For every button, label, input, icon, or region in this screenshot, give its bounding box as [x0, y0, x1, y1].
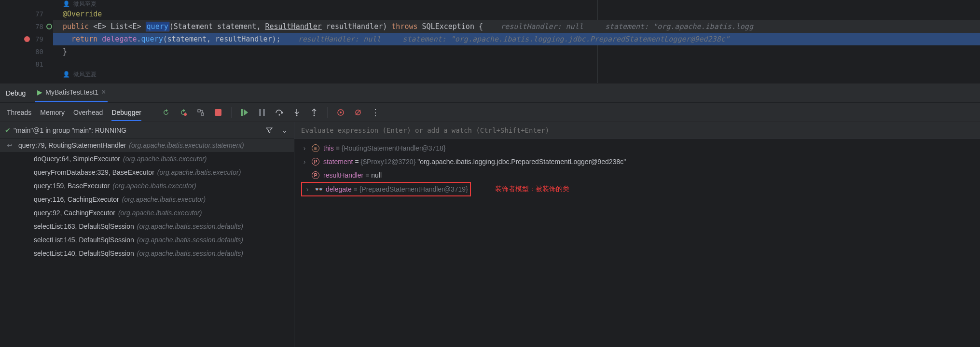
view-breakpoints-icon[interactable]: [336, 108, 345, 117]
stack-frame[interactable]: ↩query:79, RoutingStatementHandler (org.…: [0, 139, 294, 152]
separator: [231, 107, 232, 118]
tab-memory[interactable]: Memory: [40, 109, 65, 116]
breakpoint-icon[interactable]: [24, 36, 30, 42]
frame-package: (org.apache.ibatis.executor): [118, 209, 202, 217]
variable-delegate[interactable]: › 👓 delegate = {PreparedStatementHandler…: [304, 182, 468, 196]
separator: [327, 107, 328, 118]
stack-frame[interactable]: doQuery:64, SimpleExecutor (org.apache.i…: [0, 152, 294, 166]
debug-header: Debug ▶ MyBatisTest.test1 ×: [0, 83, 980, 103]
inline-hint: resultHandler: null: [298, 35, 381, 43]
debug-toolbar: Threads Memory Overhead Debugger ⋮: [0, 103, 980, 122]
param-icon: P: [312, 158, 319, 166]
resume-icon[interactable]: [240, 108, 249, 117]
watch-icon: 👓: [315, 185, 322, 193]
frame-package: (org.apache.ibatis.executor): [123, 155, 207, 163]
variable-this[interactable]: › ≡ this = {RoutingStatementHandler@3718…: [294, 141, 980, 155]
run-icon: ▶: [37, 88, 42, 96]
code-line-current[interactable]: return delegate.query(statement, resultH…: [53, 33, 980, 45]
variables-list[interactable]: › ≡ this = {RoutingStatementHandler@3718…: [294, 139, 980, 347]
svg-point-7: [278, 114, 280, 115]
code-area[interactable]: 👤 微风至夏 @Override public <E> List<E> quer…: [53, 0, 980, 83]
stop-icon[interactable]: [214, 108, 222, 117]
code-editor: 77 78 79 80 81 👤 微风至夏 @Override public <…: [0, 0, 980, 83]
step-into-icon[interactable]: [292, 108, 301, 117]
highlight-box: › 👓 delegate = {PreparedStatementHandler…: [301, 182, 471, 196]
frame-location: selectList:163, DefaultSqlSession: [34, 222, 134, 230]
tab-overhead[interactable]: Overhead: [73, 109, 103, 116]
frame-location: query:92, CachingExecutor: [34, 209, 115, 217]
code-line[interactable]: [53, 58, 980, 70]
evaluate-expression-field[interactable]: [294, 122, 980, 139]
tab-threads[interactable]: Threads: [7, 109, 31, 116]
svg-rect-1: [198, 110, 200, 112]
chevron-right-icon[interactable]: ›: [301, 144, 308, 152]
rerun-failed-icon[interactable]: [179, 108, 188, 117]
svg-rect-6: [263, 109, 265, 116]
check-icon: ✔: [5, 126, 11, 134]
line-number[interactable]: 79: [0, 33, 53, 45]
code-line[interactable]: public <E> List<E> query(Statement state…: [53, 20, 980, 33]
more-icon[interactable]: ⋮: [371, 108, 380, 117]
frame-package: (org.apache.ibatis.executor): [157, 168, 241, 176]
filter-icon[interactable]: [265, 126, 274, 135]
inline-hint: statement: "org.apache.ibatis.logging.jd…: [402, 35, 729, 43]
svg-point-0: [184, 113, 187, 116]
debug-tab-label: MyBatisTest.test1: [45, 88, 98, 96]
frame-location: query:159, BaseExecutor: [34, 182, 110, 190]
object-icon: ≡: [312, 144, 319, 152]
svg-point-9: [313, 114, 315, 116]
author-hint: 👤 微风至夏: [53, 70, 980, 78]
line-number: 81: [0, 58, 53, 70]
chevron-right-icon[interactable]: ›: [304, 185, 311, 193]
back-arrow-icon: ↩: [7, 141, 14, 149]
stack-frame[interactable]: queryFromDatabase:329, BaseExecutor (org…: [0, 166, 294, 179]
debug-session-tab[interactable]: ▶ MyBatisTest.test1 ×: [35, 83, 108, 102]
debug-tool-window: Debug ▶ MyBatisTest.test1 × Threads Memo…: [0, 83, 980, 347]
stack-frame[interactable]: query:92, CachingExecutor (org.apache.ib…: [0, 206, 294, 220]
author-hint: 👤 微风至夏: [53, 0, 980, 8]
frame-package: (org.apache.ibatis.session.defaults): [137, 236, 243, 244]
frame-location: query:79, RoutingStatementHandler: [18, 141, 126, 149]
step-over-icon[interactable]: [275, 108, 284, 117]
frames-panel: ✔"main"@1 in group "main": RUNNING ⌄ ↩qu…: [0, 122, 294, 347]
chevron-down-icon[interactable]: ⌄: [280, 126, 289, 135]
run-gutter-icon[interactable]: [46, 24, 52, 29]
frame-package: (org.apache.ibatis.executor.statement): [129, 141, 244, 149]
line-number[interactable]: 78: [0, 20, 53, 33]
stack-frame[interactable]: selectList:140, DefaultSqlSession (org.a…: [0, 247, 294, 260]
svg-point-8: [296, 114, 297, 116]
frame-package: (org.apache.ibatis.session.defaults): [137, 222, 243, 230]
tab-debugger[interactable]: Debugger: [111, 109, 141, 121]
inline-hint: resultHandler: null: [500, 22, 583, 31]
frame-location: selectList:145, DefaultSqlSession: [34, 236, 134, 244]
stack-frame[interactable]: selectList:145, DefaultSqlSession (org.a…: [0, 233, 294, 247]
step-out-icon[interactable]: [310, 108, 318, 117]
stack-frame[interactable]: selectList:163, DefaultSqlSession (org.a…: [0, 220, 294, 233]
frame-location: selectList:140, DefaultSqlSession: [34, 250, 134, 257]
debug-body: ✔"main"@1 in group "main": RUNNING ⌄ ↩qu…: [0, 122, 980, 347]
evaluate-input[interactable]: [301, 126, 980, 134]
frame-package: (org.apache.ibatis.executor): [112, 182, 196, 190]
variable-resultHandler[interactable]: P resultHandler = null: [294, 168, 980, 182]
svg-rect-3: [215, 109, 221, 116]
code-line[interactable]: }: [53, 45, 980, 58]
frames-list[interactable]: ↩query:79, RoutingStatementHandler (org.…: [0, 139, 294, 347]
variable-statement[interactable]: › P statement = {$Proxy12@3720} "org.apa…: [294, 155, 980, 168]
stack-frame[interactable]: query:116, CachingExecutor (org.apache.i…: [0, 193, 294, 206]
frame-package: (org.apache.ibatis.session.defaults): [137, 250, 243, 257]
code-line[interactable]: @Override: [53, 8, 980, 20]
variables-panel: › ≡ this = {RoutingStatementHandler@3718…: [294, 122, 980, 347]
editor-gutter: 77 78 79 80 81: [0, 0, 53, 83]
rerun-icon[interactable]: [162, 108, 170, 117]
close-icon[interactable]: ×: [101, 88, 106, 97]
debug-title: Debug: [6, 89, 26, 97]
modify-run-config-icon[interactable]: [196, 108, 205, 117]
thread-status: "main"@1 in group "main": RUNNING: [14, 126, 126, 134]
svg-rect-4: [241, 109, 243, 116]
chevron-right-icon[interactable]: ›: [301, 158, 308, 166]
annotation-text: 装饰者模型：被装饰的类: [495, 185, 569, 194]
stack-frame[interactable]: query:159, BaseExecutor (org.apache.ibat…: [0, 179, 294, 193]
pause-icon[interactable]: [258, 108, 266, 117]
line-number: 77: [0, 8, 53, 20]
mute-breakpoints-icon[interactable]: [354, 108, 362, 117]
